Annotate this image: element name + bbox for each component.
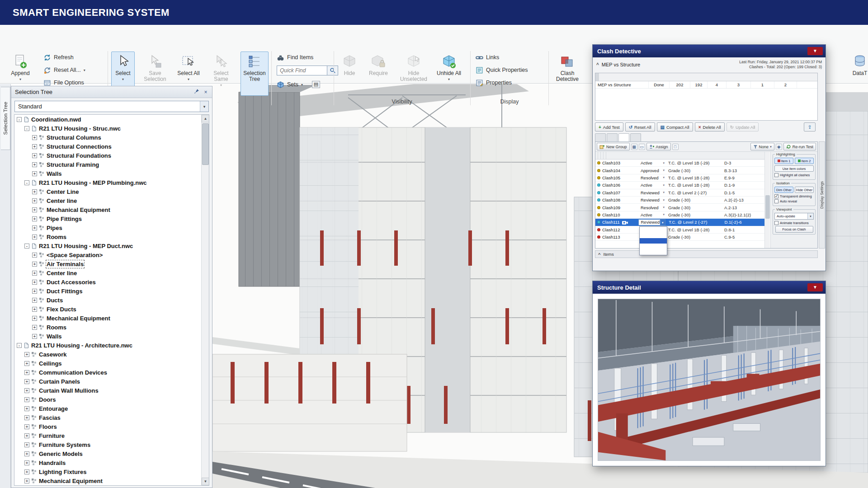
require-button[interactable]: Require	[365, 52, 392, 96]
clash-row[interactable]: Clash107 Reviewed ▾ T.C. @ Level 2 (-27)…	[595, 189, 764, 197]
datatools-button[interactable]: DataT	[846, 52, 868, 96]
expander-box[interactable]: +	[24, 442, 29, 447]
tree-item[interactable]: + Rooms	[14, 323, 201, 332]
transparent-dimming-checkbox-row[interactable]: Transparent dimming	[774, 194, 814, 198]
clash-row[interactable]: Clash112 ▾ T.C. @ Level 1B (-28) D.8-1	[595, 226, 764, 234]
tree-item[interactable]: + Lighting Fixtures	[14, 467, 201, 476]
hide-other-button[interactable]: Hide Other	[795, 187, 814, 193]
test-action-button[interactable]: ↺ Reset All	[625, 122, 655, 131]
expander-box[interactable]: +	[32, 334, 37, 339]
expander-box[interactable]: +	[24, 479, 29, 483]
clash-tab[interactable]	[618, 133, 629, 141]
checkbox[interactable]	[774, 199, 778, 203]
results-scrollbar[interactable]	[764, 152, 770, 248]
status-option[interactable]	[640, 244, 667, 249]
tree-item[interactable]: + Duct Fittings	[14, 286, 201, 296]
tree-item[interactable]: + Center Line	[14, 187, 201, 196]
tree-item[interactable]: + Curtain Panels	[14, 377, 201, 386]
tree-item[interactable]: - R21 LTU Housing - MEP Plumbing.nwc	[14, 178, 201, 187]
checkbox-checked[interactable]	[774, 194, 778, 198]
sets-manage-icon[interactable]: ▤	[312, 81, 320, 88]
expander-box[interactable]: +	[32, 135, 37, 140]
tree-item[interactable]: - Coordination.nwd	[14, 115, 201, 124]
expander-box[interactable]: +	[32, 162, 37, 167]
clash-row[interactable]: Clash110 Active ▾ Grade (-30) A.3(2)-12.…	[595, 211, 764, 219]
refresh-button[interactable]: Refresh	[43, 52, 74, 63]
tree-item[interactable]: + Structural Foundations	[14, 151, 201, 160]
unassign-icon[interactable]: □	[672, 144, 679, 150]
clash-detective-header[interactable]: Clash Detective ▼	[593, 45, 826, 57]
expander-box[interactable]: +	[24, 424, 29, 429]
display-group-label[interactable]: Display	[471, 98, 548, 107]
find-items-button[interactable]: Find Items	[277, 52, 313, 63]
clash-tab[interactable]	[595, 133, 606, 141]
quick-find-input[interactable]	[277, 66, 327, 75]
summary-table-row[interactable]: MEP vs Structure Done 202 192 4 3 1 2	[595, 81, 817, 89]
status-option[interactable]	[640, 227, 667, 232]
expander-box[interactable]: +	[32, 225, 37, 230]
comment-icon[interactable]: ▭	[639, 144, 645, 150]
expander-box[interactable]: +	[32, 289, 37, 294]
expander-box[interactable]: +	[24, 451, 29, 456]
tree-scrollbar[interactable]: ▲ ▼	[201, 115, 209, 485]
clash-status-cell[interactable]: Active ▾	[639, 160, 666, 166]
expander-box[interactable]: +	[32, 235, 37, 239]
expander-box[interactable]: +	[24, 460, 29, 465]
tree-item[interactable]: + Structural Columns	[14, 133, 201, 142]
properties-button[interactable]: Properties	[476, 77, 512, 88]
tree-item[interactable]: - R21 LTU Housing - MEP Duct.nwc	[14, 241, 201, 250]
new-group-button[interactable]: New Group	[597, 143, 630, 150]
test-action-button[interactable]: + Add Test	[595, 122, 623, 131]
expander-box[interactable]: +	[24, 415, 29, 420]
clash-tab[interactable]	[630, 133, 641, 141]
test-action-button[interactable]: ↻ Update All	[726, 122, 759, 131]
export-test-icon[interactable]: ⇪	[804, 122, 816, 131]
expander-box[interactable]: +	[32, 171, 37, 176]
tree-item[interactable]: + Ducts	[14, 296, 201, 305]
test-action-button[interactable]: ▤ Compact All	[657, 122, 693, 131]
sets-button[interactable]: Sets ▾ ▤	[277, 79, 320, 90]
tree-item[interactable]: - R21 LTU Housing - Architecture.nwc	[14, 341, 201, 350]
tree-item[interactable]: + Fascias	[14, 413, 201, 422]
scroll-down-icon[interactable]: ▼	[202, 478, 209, 485]
tree-item[interactable]: + Center line	[14, 196, 201, 205]
expander-box[interactable]: +	[24, 352, 29, 357]
rerun-test-button[interactable]: Re-run Test	[783, 143, 816, 150]
clash-status-cell[interactable]: Active ▾	[639, 182, 666, 188]
expander-box[interactable]: -	[17, 117, 22, 122]
tree-item[interactable]: + Duct Accessories	[14, 277, 201, 286]
status-option[interactable]	[640, 232, 667, 238]
clash-status-cell[interactable]: Approved ▾	[639, 167, 666, 174]
scroll-up-icon[interactable]: ▲	[202, 115, 209, 122]
collapse-panel-icon[interactable]: ▼	[807, 283, 823, 291]
expander-box[interactable]: +	[24, 469, 29, 474]
expander-box[interactable]: +	[24, 370, 29, 375]
tree-item[interactable]: + <Space Separation>	[14, 250, 201, 259]
tree-item[interactable]: + Entourage	[14, 404, 201, 413]
reset-all-button[interactable]: Reset All... ▾	[43, 65, 85, 75]
hide-unselected-button[interactable]: Hide Unselected	[397, 52, 430, 96]
tree-item[interactable]: + Mechanical Equipment	[14, 476, 201, 485]
filter-none-dropdown[interactable]: None ▾	[750, 143, 774, 150]
expander-box[interactable]: +	[24, 379, 29, 384]
tree-mode-select[interactable]: Standard ▾	[14, 101, 209, 112]
expander-box[interactable]: +	[32, 298, 37, 303]
item1-button[interactable]: Item 1	[774, 158, 793, 164]
expander-box[interactable]: -	[24, 244, 29, 249]
tree-item[interactable]: + Doors	[14, 395, 201, 404]
expander-box[interactable]: -	[24, 180, 29, 185]
expander-box[interactable]: +	[32, 307, 37, 312]
checkbox[interactable]	[774, 173, 778, 177]
clash-row[interactable]: Clash105 Resolved ▾ T.C. @ Level 1B (-28…	[595, 174, 764, 182]
items-section-bar[interactable]: ^ Items	[595, 250, 818, 258]
tree-item[interactable]: + Walls	[14, 332, 201, 341]
clash-status-cell[interactable]: Resolved ▾	[639, 174, 666, 181]
dim-other-button[interactable]: Dim Other	[774, 187, 793, 193]
auto-reveal-checkbox-row[interactable]: Auto reveal	[774, 199, 814, 203]
clash-status-cell[interactable]: Reviewed ▾	[639, 189, 666, 196]
expander-box[interactable]: +	[32, 316, 37, 321]
tree-item[interactable]: + Mechanical Equipment	[14, 314, 201, 323]
scroll-thumb[interactable]	[202, 123, 209, 165]
expander-box[interactable]: +	[24, 388, 29, 393]
tree-item[interactable]: + Air Terminals	[14, 259, 201, 268]
